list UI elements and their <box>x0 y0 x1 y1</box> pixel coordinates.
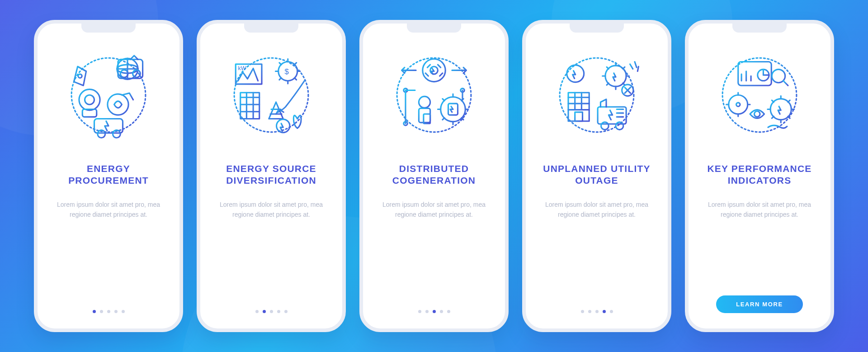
pager-dot[interactable] <box>114 310 118 313</box>
pager-dot[interactable] <box>588 310 591 313</box>
svg-point-6 <box>78 74 82 78</box>
svg-rect-25 <box>419 108 430 123</box>
screen-title: DISTRIBUTED COGENERATION <box>373 163 495 187</box>
pager-dots <box>47 310 170 313</box>
phone-notch <box>81 23 136 33</box>
distributed-cogeneration-icon <box>373 36 495 154</box>
svg-point-24 <box>419 96 430 108</box>
pager-dot[interactable] <box>433 310 436 313</box>
pager-dot[interactable] <box>107 310 110 313</box>
svg-point-47 <box>754 111 760 117</box>
pager-dot[interactable] <box>595 310 599 313</box>
phone-notch <box>732 23 787 33</box>
screen-title: KEY PERFORMANCE INDICATORS <box>698 163 821 187</box>
screen-description: Lorem ipsum dolor sit amet pro, mea regi… <box>698 200 821 220</box>
screen-description: Lorem ipsum dolor sit amet pro, mea regi… <box>210 200 332 220</box>
svg-point-46 <box>736 103 740 106</box>
kpi-icon <box>698 36 821 154</box>
svg-point-21 <box>397 58 471 132</box>
pager-dot[interactable] <box>263 310 266 313</box>
unplanned-outage-icon <box>536 36 658 154</box>
pager-dot[interactable] <box>270 310 273 313</box>
onboarding-screen-5: KEY PERFORMANCE INDICATORS Lorem ipsum d… <box>685 20 834 332</box>
pager-dot[interactable] <box>277 310 280 313</box>
screen-description: Lorem ipsum dolor sit amet pro, mea regi… <box>373 200 495 220</box>
pager-dot[interactable] <box>440 310 443 313</box>
pager-dot[interactable] <box>93 310 96 313</box>
svg-point-8 <box>85 95 94 105</box>
svg-rect-42 <box>738 62 772 86</box>
pager-dot[interactable] <box>447 310 450 313</box>
svg-text:$: $ <box>284 67 289 76</box>
screen-title: ENERGY SOURCE DIVERSIFICATION <box>210 163 332 187</box>
screen-title: UNPLANNED UTILITY OUTAGE <box>536 163 658 187</box>
phone-notch <box>570 23 624 33</box>
svg-rect-37 <box>575 112 583 121</box>
onboarding-screen-4: UNPLANNED UTILITY OUTAGE Lorem ipsum dol… <box>522 20 671 332</box>
pager-dot[interactable] <box>610 310 613 313</box>
svg-point-41 <box>722 58 797 132</box>
svg-rect-19 <box>241 93 259 119</box>
pager-dot[interactable] <box>122 310 125 313</box>
svg-point-10 <box>108 94 128 115</box>
onboarding-screen-2: kW $ ENERGY SOURCE DIVERSIFICATION Lorem… <box>197 20 346 332</box>
svg-point-40 <box>616 122 623 130</box>
pager-dot[interactable] <box>425 310 429 313</box>
screen-description: Lorem ipsum dolor sit amet pro, mea regi… <box>536 200 658 220</box>
svg-text:kW: kW <box>238 65 246 71</box>
energy-diversification-icon: kW $ <box>210 36 332 154</box>
pager-dot[interactable] <box>418 310 421 313</box>
phone-notch <box>407 23 461 33</box>
screen-title: ENERGY PROCUREMENT <box>47 163 170 187</box>
pager-dot[interactable] <box>255 310 259 313</box>
phone-notch <box>244 23 298 33</box>
pager-dot[interactable] <box>100 310 103 313</box>
onboarding-screen-1: ENERGY PROCUREMENT Lorem ipsum dolor sit… <box>34 20 183 332</box>
svg-point-39 <box>601 122 609 130</box>
pager-dot[interactable] <box>581 310 584 313</box>
pager-dot[interactable] <box>603 310 606 313</box>
screen-description: Lorem ipsum dolor sit amet pro, mea regi… <box>47 200 170 220</box>
learn-more-button[interactable]: LEARN MORE <box>716 295 802 313</box>
pager-dot[interactable] <box>284 310 288 313</box>
onboarding-screen-3: DISTRIBUTED COGENERATION Lorem ipsum dol… <box>359 20 509 332</box>
phone-row: ENERGY PROCUREMENT Lorem ipsum dolor sit… <box>34 20 834 332</box>
svg-point-45 <box>729 95 748 114</box>
pager-dots <box>373 310 495 313</box>
pager-dots <box>536 310 658 313</box>
svg-point-7 <box>79 89 100 110</box>
pager-dots <box>210 310 332 313</box>
energy-procurement-icon <box>47 36 170 154</box>
